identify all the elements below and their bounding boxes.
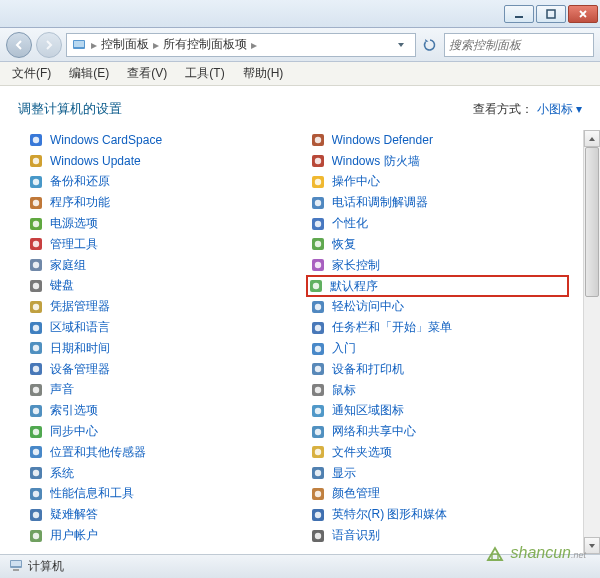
control-panel-item[interactable]: Windows CardSpace bbox=[26, 130, 288, 151]
control-panel-item[interactable]: 文件夹选项 bbox=[308, 442, 570, 463]
control-panel-item[interactable]: 声音 bbox=[26, 380, 288, 401]
control-panel-item[interactable]: 默认程序 bbox=[306, 275, 570, 296]
control-panel-item[interactable]: 索引选项 bbox=[26, 400, 288, 421]
item-icon bbox=[28, 132, 44, 148]
control-panel-item[interactable]: 设备管理器 bbox=[26, 359, 288, 380]
svg-point-20 bbox=[33, 283, 39, 289]
control-panel-item[interactable]: 颜色管理 bbox=[308, 484, 570, 505]
computer-icon bbox=[8, 558, 24, 575]
item-icon bbox=[28, 507, 44, 523]
minimize-button[interactable] bbox=[504, 5, 534, 23]
view-mode-control: 查看方式： 小图标 ▾ bbox=[473, 101, 582, 118]
control-panel-item[interactable]: 同步中心 bbox=[26, 421, 288, 442]
vertical-scrollbar[interactable] bbox=[583, 130, 600, 554]
control-panel-item[interactable]: 家庭组 bbox=[26, 255, 288, 276]
control-panel-item[interactable]: 系统 bbox=[26, 463, 288, 484]
item-label: 程序和功能 bbox=[50, 194, 110, 211]
item-label: 系统 bbox=[50, 465, 74, 482]
control-panel-item[interactable]: 个性化 bbox=[308, 213, 570, 234]
control-panel-item[interactable]: Windows Defender bbox=[308, 130, 570, 151]
svg-point-64 bbox=[314, 325, 320, 331]
control-panel-item[interactable]: 电话和调制解调器 bbox=[308, 192, 570, 213]
item-icon bbox=[310, 257, 326, 273]
search-input[interactable] bbox=[449, 38, 600, 52]
item-icon bbox=[310, 174, 326, 190]
view-mode-dropdown[interactable]: 小图标 ▾ bbox=[537, 101, 582, 118]
item-label: 键盘 bbox=[50, 277, 74, 294]
control-panel-item[interactable]: 位置和其他传感器 bbox=[26, 442, 288, 463]
item-icon bbox=[308, 278, 324, 294]
control-panel-item[interactable]: 家长控制 bbox=[308, 255, 570, 276]
scroll-up-button[interactable] bbox=[584, 130, 600, 147]
control-panel-item[interactable]: Windows Update bbox=[26, 151, 288, 172]
svg-point-56 bbox=[314, 241, 320, 247]
item-icon bbox=[28, 465, 44, 481]
control-panel-item[interactable]: 日期和时间 bbox=[26, 338, 288, 359]
control-panel-item[interactable]: 电源选项 bbox=[26, 213, 288, 234]
control-panel-item[interactable]: 操作中心 bbox=[308, 172, 570, 193]
control-panel-item[interactable]: 英特尔(R) 图形和媒体 bbox=[308, 504, 570, 525]
control-panel-item[interactable]: 区域和语言 bbox=[26, 317, 288, 338]
dropdown-icon[interactable] bbox=[391, 35, 411, 55]
scroll-down-button[interactable] bbox=[584, 537, 600, 554]
control-panel-item[interactable]: 显示 bbox=[308, 463, 570, 484]
item-icon bbox=[28, 486, 44, 502]
control-panel-item[interactable]: 程序和功能 bbox=[26, 192, 288, 213]
search-box[interactable] bbox=[444, 33, 594, 57]
control-panel-item[interactable]: 网络和共享中心 bbox=[308, 421, 570, 442]
svg-rect-0 bbox=[515, 16, 523, 18]
control-panel-item[interactable]: 性能信息和工具 bbox=[26, 484, 288, 505]
control-panel-item[interactable]: 用户帐户 bbox=[26, 525, 288, 546]
item-label: Windows Defender bbox=[332, 133, 433, 147]
menu-tools[interactable]: 工具(T) bbox=[177, 63, 232, 84]
item-icon bbox=[28, 174, 44, 190]
svg-rect-86 bbox=[11, 561, 21, 566]
svg-point-10 bbox=[33, 179, 39, 185]
items-grid: Windows CardSpaceWindows Update备份和还原程序和功… bbox=[0, 130, 583, 554]
menu-edit[interactable]: 编辑(E) bbox=[61, 63, 117, 84]
svg-point-46 bbox=[314, 137, 320, 143]
control-panel-item[interactable]: 入门 bbox=[308, 338, 570, 359]
forward-button[interactable] bbox=[36, 32, 62, 58]
svg-point-24 bbox=[33, 324, 39, 330]
control-panel-item[interactable]: 轻松访问中心 bbox=[308, 297, 570, 318]
breadcrumb-sep-icon: ▸ bbox=[91, 38, 97, 52]
close-button[interactable] bbox=[568, 5, 598, 23]
svg-point-22 bbox=[33, 304, 39, 310]
control-panel-item[interactable]: 备份和还原 bbox=[26, 172, 288, 193]
control-panel-item[interactable]: 凭据管理器 bbox=[26, 296, 288, 317]
menu-help[interactable]: 帮助(H) bbox=[235, 63, 292, 84]
item-icon bbox=[310, 424, 326, 440]
control-panel-item[interactable]: 通知区域图标 bbox=[308, 400, 570, 421]
maximize-button[interactable] bbox=[536, 5, 566, 23]
breadcrumb-sep-icon: ▸ bbox=[153, 38, 159, 52]
scroll-thumb[interactable] bbox=[585, 147, 599, 297]
refresh-button[interactable] bbox=[420, 35, 440, 55]
svg-point-60 bbox=[312, 283, 318, 289]
control-panel-item[interactable]: Windows 防火墙 bbox=[308, 151, 570, 172]
breadcrumb-current[interactable]: 所有控制面板项 bbox=[163, 36, 247, 53]
menu-view[interactable]: 查看(V) bbox=[119, 63, 175, 84]
scroll-track[interactable] bbox=[584, 147, 600, 537]
breadcrumb-root[interactable]: 控制面板 bbox=[101, 36, 149, 53]
svg-point-54 bbox=[314, 220, 320, 226]
svg-point-30 bbox=[33, 387, 39, 393]
control-panel-item[interactable]: 恢复 bbox=[308, 234, 570, 255]
item-label: Windows Update bbox=[50, 154, 141, 168]
item-label: 同步中心 bbox=[50, 423, 98, 440]
status-text: 计算机 bbox=[28, 558, 64, 575]
control-panel-item[interactable]: 键盘 bbox=[26, 276, 288, 297]
control-panel-item[interactable]: 疑难解答 bbox=[26, 504, 288, 525]
control-panel-icon bbox=[71, 37, 87, 53]
control-panel-item[interactable]: 任务栏和「开始」菜单 bbox=[308, 317, 570, 338]
back-button[interactable] bbox=[6, 32, 32, 58]
item-label: 显示 bbox=[332, 465, 356, 482]
control-panel-item[interactable]: 设备和打印机 bbox=[308, 359, 570, 380]
breadcrumb-bar[interactable]: ▸ 控制面板 ▸ 所有控制面板项 ▸ bbox=[66, 33, 416, 57]
control-panel-item[interactable]: 鼠标 bbox=[308, 380, 570, 401]
control-panel-item[interactable]: 管理工具 bbox=[26, 234, 288, 255]
window-titlebar bbox=[0, 0, 600, 28]
svg-point-44 bbox=[33, 532, 39, 538]
svg-point-70 bbox=[314, 387, 320, 393]
menu-file[interactable]: 文件(F) bbox=[4, 63, 59, 84]
